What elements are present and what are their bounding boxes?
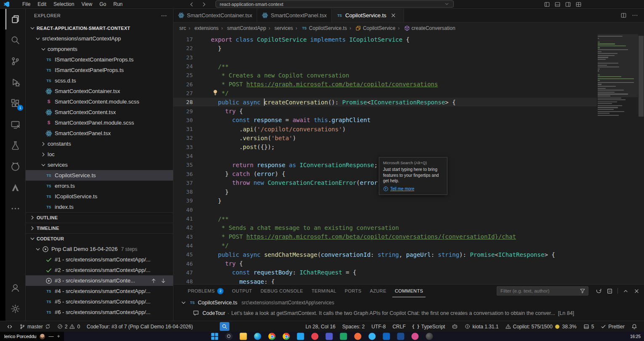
panel-tab[interactable]: DEBUG CONSOLE <box>258 285 306 297</box>
menu-item[interactable]: View <box>81 1 93 7</box>
kiota-item[interactable]: kiota 1.31.1 <box>461 321 502 332</box>
tell-me-more-link[interactable]: ? Tell me more <box>383 186 443 192</box>
tree-item[interactable]: SmartContextContent.tsx <box>26 107 173 117</box>
scrollbar-thumb[interactable] <box>639 36 644 117</box>
customize-layout-icon[interactable] <box>575 1 582 8</box>
taskbar-app-icon-4[interactable] <box>369 333 376 340</box>
layout-count-item[interactable]: 5 <box>580 321 598 332</box>
language-mode-item[interactable]: { } TypeScript <box>409 321 449 332</box>
menu-item[interactable]: Selection <box>53 1 75 7</box>
tree-item[interactable]: constants <box>26 139 173 149</box>
toggle-panel-icon[interactable] <box>554 1 561 8</box>
prettier-item[interactable]: Prettier <box>597 321 628 332</box>
copilot-usage-item[interactable]: Copilot: 575/1500 38.3% <box>502 321 580 332</box>
taskbar-clock[interactable]: 16:25 <box>630 334 641 339</box>
sidebar-section-header[interactable]: CODETOUR <box>26 233 173 244</box>
taskbar-chrome-icon[interactable] <box>269 333 276 340</box>
github-icon[interactable] <box>5 156 25 177</box>
history-forward-icon[interactable] <box>201 1 207 8</box>
notifications-item[interactable] <box>628 321 641 332</box>
codetour-item[interactable]: Pnp Call Demo 16-04-2026 7 steps <box>26 244 173 254</box>
panel-tab[interactable]: PORTS <box>342 285 364 297</box>
taskbar-vscode-icon[interactable] <box>297 333 304 340</box>
taskbar-file-explorer-icon[interactable] <box>240 333 247 340</box>
breadcrumb-item[interactable]: smartContextApp <box>218 25 266 31</box>
encoding-item[interactable]: UTF-8 <box>368 321 389 332</box>
toggle-secondary-sidebar-icon[interactable] <box>565 1 571 8</box>
explorer-icon[interactable] <box>5 8 25 29</box>
taskbar-outlook-icon[interactable] <box>383 333 390 340</box>
settings-gear-icon[interactable] <box>5 298 25 319</box>
problems-item[interactable]: 2 0 <box>54 321 83 332</box>
search-icon[interactable] <box>5 29 25 51</box>
azure-icon[interactable] <box>5 177 25 198</box>
tree-item[interactable]: components <box>26 44 173 54</box>
run-debug-icon[interactable] <box>5 72 25 93</box>
eol-item[interactable]: CRLF <box>389 321 409 332</box>
code-editor[interactable]: 17 export class CopilotService implement… <box>173 33 644 284</box>
cursor-position-item[interactable]: Ln 28, Col 16 <box>302 321 339 332</box>
editor-more-actions-icon[interactable] <box>632 12 638 19</box>
close-tab-icon[interactable] <box>390 12 397 19</box>
tree-item[interactable]: services <box>26 160 173 170</box>
breadcrumb-item[interactable]: services <box>266 25 293 31</box>
panel-tab[interactable]: COMMENTS <box>392 285 426 297</box>
git-branch-item[interactable]: master <box>16 321 54 332</box>
codetour-item[interactable]: #3 - src/extensions/smartConte... <box>26 275 173 286</box>
taskbar-app-icon-6[interactable] <box>412 333 419 340</box>
extensions-icon[interactable]: 1 <box>5 93 25 114</box>
overlay-minimize-button[interactable]: — <box>48 333 53 339</box>
taskbar-app-icon-1[interactable] <box>311 333 319 340</box>
workspace-root-row[interactable]: REACT-APPLICATION-SMART-CONTEXT <box>26 23 173 33</box>
tree-item[interactable]: S SmartContextContent.module.scss <box>26 96 173 107</box>
panel-tab[interactable]: TERMINAL <box>309 285 339 297</box>
source-control-icon[interactable] <box>5 51 25 72</box>
filter-icon[interactable] <box>580 288 585 294</box>
menu-item[interactable]: Run <box>113 1 123 7</box>
tree-item[interactable]: TS errors.ts <box>26 181 173 191</box>
tree-item[interactable]: TS scss.d.ts <box>26 75 173 86</box>
editor-tab[interactable]: TS CopilotService.ts <box>332 8 404 22</box>
move-step-up-icon[interactable] <box>151 278 157 284</box>
tree-item[interactable]: TS index.ts <box>26 202 173 212</box>
tree-item[interactable]: SmartContextContainer.tsx <box>26 86 173 96</box>
sidebar-section-header[interactable]: TIMELINE <box>26 223 173 233</box>
tree-item[interactable]: TS ICopilotService.ts <box>26 191 173 202</box>
tree-item[interactable]: loc <box>26 149 173 160</box>
breadcrumb-item[interactable]: CopilotService <box>347 25 395 31</box>
menu-item[interactable]: File <box>22 1 31 7</box>
refresh-icon[interactable] <box>596 288 602 294</box>
taskbar-search-icon[interactable] <box>226 333 233 340</box>
minimap[interactable] <box>596 36 638 284</box>
filter-input[interactable] <box>500 288 580 294</box>
taskbar-app-icon-7[interactable] <box>426 333 433 340</box>
testing-icon[interactable] <box>5 135 25 156</box>
tree-item[interactable]: TS CopilotService.ts <box>26 170 173 181</box>
tree-item[interactable]: src\extensions\smartContextApp <box>26 33 173 44</box>
taskbar-app-icon-2[interactable] <box>340 333 347 340</box>
breadcrumb-item[interactable]: src <box>179 25 186 31</box>
split-editor-icon[interactable] <box>620 12 627 19</box>
tree-item[interactable]: TS ISmartContextPanelProps.ts <box>26 65 173 75</box>
maximize-panel-icon[interactable] <box>623 288 629 294</box>
codetour-item[interactable]: #1 - src/extensions/smartContextApp/... <box>26 254 173 265</box>
codetour-item[interactable]: TS #4 - src/extensions/smartContextApp/.… <box>26 286 173 296</box>
codetour-status-item[interactable]: CodeTour: #3 of 7 (Pnp Call Demo 16-04-2… <box>83 321 196 332</box>
taskbar-start-icon[interactable] <box>211 333 218 340</box>
indentation-item[interactable]: Spaces: 2 <box>339 321 368 332</box>
breadcrumb-item[interactable]: createConversation <box>396 25 455 31</box>
more-views-icon[interactable] <box>5 198 25 219</box>
codetour-item[interactable]: #2 - src/extensions/smartContextApp/... <box>26 265 173 275</box>
tree-item[interactable]: TS ISmartContextContainerProps.ts <box>26 54 173 65</box>
breadcrumb-item[interactable]: TS CopilotService.ts <box>293 25 347 31</box>
menu-item[interactable]: Edit <box>37 1 47 7</box>
taskbar-app-icon-5[interactable] <box>397 333 404 340</box>
taskbar-teams-icon[interactable] <box>326 333 333 340</box>
comment-row[interactable]: CodeTour · Let's take a look at getSmart… <box>173 308 644 318</box>
views-more-actions-icon[interactable] <box>161 13 167 19</box>
panel-tab[interactable]: AZURE <box>367 285 389 297</box>
account-icon[interactable] <box>5 277 25 298</box>
editor-tab[interactable]: SmartContextContainer.tsx <box>173 8 257 22</box>
editor-tab[interactable]: SmartContextPanel.tsx <box>257 8 332 22</box>
menu-item[interactable]: Go <box>99 1 106 7</box>
